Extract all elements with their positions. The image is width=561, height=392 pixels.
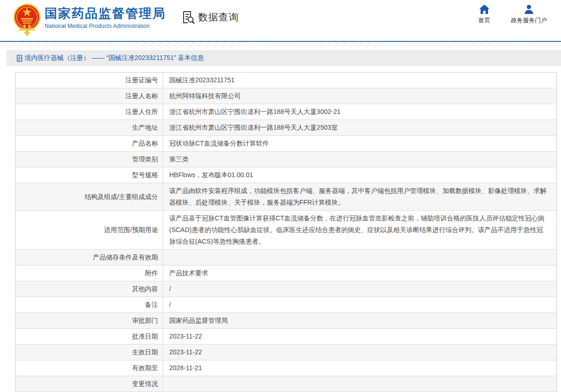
row-label: 审批部门 (16, 313, 163, 328)
row-value (163, 250, 556, 265)
home-icon (479, 5, 489, 14)
breadcrumb[interactable]: 境内医疗器械（注册） —— “国械注准20233211751” 基本信息 (17, 54, 204, 62)
row-label: 批准日期 (16, 329, 163, 344)
table-row: 产品名称冠状动脉CT血流储备分数计算软件 (16, 136, 556, 152)
row-label: 备注 (16, 297, 163, 312)
row-label: 有效期至 (16, 360, 163, 376)
row-label: 结构及组成/主要组成成分 (16, 183, 163, 210)
nav-home[interactable]: 首页 (478, 5, 490, 25)
row-value: / (163, 281, 556, 297)
table-row: 生产地址浙江省杭州市萧山区宁围街道利一路188号天人大厦2503室 (16, 120, 556, 136)
table-row: 注册人住所浙江省杭州市萧山区宁围街道利一路188号天人大厦3002-21 (16, 104, 556, 120)
data-query-label: 数据查询 (198, 11, 239, 24)
table-row: 审批部门国家药品监督管理局 (16, 313, 556, 329)
table-row: 生效日期2023-11-22 (16, 345, 556, 360)
row-label: 型号规格 (16, 167, 163, 183)
row-value: 该产品由软件安装程序组成，功能模块包括客户端、服务器端，其中客户端包括用户管理模… (163, 183, 556, 210)
table-row: 结构及组成/主要组成成分该产品由软件安装程序组成，功能模块包括客户端、服务器端，… (16, 183, 556, 211)
row-value: 该产品基于冠脉CT血管图像计算获得CT血流储备分数，在进行冠脉血管造影检查之前，… (163, 211, 556, 249)
page-header: 国家药品监督管理局 National Medical Products Admi… (0, 0, 561, 41)
table-row: 有效期至2028-11-21 (16, 360, 556, 376)
row-value: 杭州阿特瑞科技有限公司 (163, 88, 556, 104)
table-row: 注册人名称杭州阿特瑞科技有限公司 (16, 88, 556, 104)
row-value (163, 376, 556, 392)
row-label: 产品名称 (16, 136, 163, 151)
table-row: 适用范围/预期用途该产品基于冠脉CT血管图像计算获得CT血流储备分数，在进行冠脉… (16, 211, 556, 250)
row-value: 产品技术要求 (163, 266, 556, 281)
breadcrumb-bar: 境内医疗器械（注册） —— “国械注准20233211751” 基本信息 (7, 50, 561, 66)
table-row: 型号规格HBFlows，发布版本01.00.01 (16, 167, 556, 183)
info-table: 注册证编号国械注准20233211751注册人名称杭州阿特瑞科技有限公司注册人住… (15, 72, 557, 392)
agency-name-zh: 国家药品监督管理局 (45, 6, 166, 21)
top-navigation: 首页 政务服务门户 (478, 5, 547, 25)
row-label: 注册人名称 (16, 88, 163, 104)
nav-portal-label: 政务服务门户 (511, 16, 547, 25)
table-row: 产品储存条件及有效期 (16, 250, 556, 266)
hatch-pattern-band (0, 42, 561, 47)
document-icon (17, 55, 22, 62)
breadcrumb-text: 境内医疗器械（注册） —— “国械注准20233211751” 基本信息 (25, 54, 204, 62)
nav-home-label: 首页 (478, 16, 490, 25)
row-label: 生效日期 (16, 345, 163, 360)
table-row: 注册证编号国械注准20233211751 (16, 73, 556, 88)
table-row: 管理类别第三类 (16, 152, 556, 167)
data-query-section[interactable]: 数据查询 (181, 10, 239, 24)
row-label: 附件 (16, 266, 163, 281)
row-value: 浙江省杭州市萧山区宁围街道利一路188号天人大厦3002-21 (163, 104, 556, 120)
row-value: 浙江省杭州市萧山区宁围街道利一路188号天人大厦2503室 (163, 120, 556, 135)
row-value: 冠状动脉CT血流储备分数计算软件 (163, 136, 556, 151)
row-label: 变更情况 (16, 376, 163, 392)
table-row: 批准日期2023-11-22 (16, 329, 556, 345)
agency-title-block: 国家药品监督管理局 National Medical Products Admi… (45, 6, 166, 29)
national-emblem-logo (13, 3, 41, 37)
user-icon (524, 5, 534, 14)
table-row: 备注/ (16, 297, 556, 313)
row-value: / (163, 297, 556, 312)
row-label: 其他内容 (16, 281, 163, 297)
table-row: 其他内容/ (16, 281, 556, 297)
row-label: 产品储存条件及有效期 (16, 250, 163, 265)
row-label: 管理类别 (16, 152, 163, 167)
agency-name-en: National Medical Products Administration (45, 23, 166, 29)
row-label: 注册人住所 (16, 104, 163, 120)
row-label: 注册证编号 (16, 73, 163, 88)
row-value: 2028-11-21 (163, 360, 556, 376)
row-value: 2023-11-22 (163, 329, 556, 344)
national-emblem-icon (13, 3, 41, 37)
row-value: 国械注准20233211751 (163, 73, 556, 88)
document-search-icon (181, 10, 195, 24)
row-label: 适用范围/预期用途 (16, 211, 163, 249)
row-value: 国家药品监督管理局 (163, 313, 556, 328)
row-label: 生产地址 (16, 120, 163, 135)
table-row: 变更情况 (16, 376, 556, 392)
table-row: 附件产品技术要求 (16, 266, 556, 281)
row-value: HBFlows，发布版本01.00.01 (163, 167, 556, 183)
nav-gov-service-portal[interactable]: 政务服务门户 (511, 5, 547, 25)
row-value: 2023-11-22 (163, 345, 556, 360)
row-value: 第三类 (163, 152, 556, 167)
